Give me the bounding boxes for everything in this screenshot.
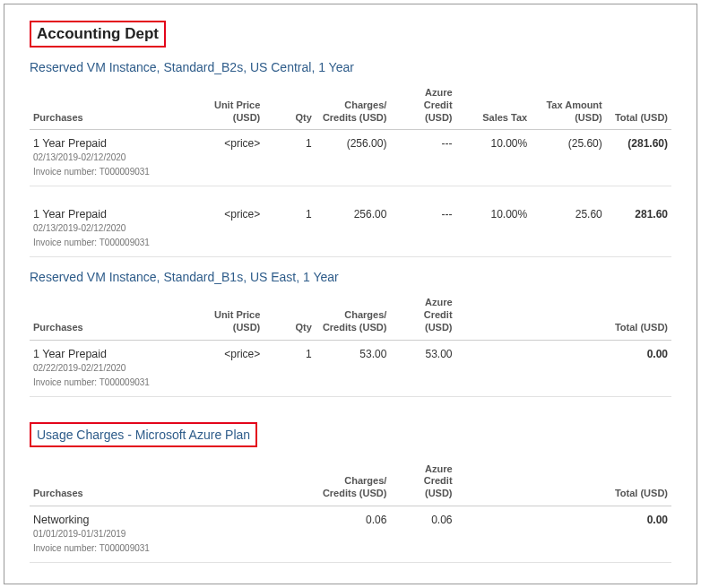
col-azurecredit: Azure Credit (USD)	[390, 458, 455, 506]
col-purchases: Purchases	[30, 291, 189, 340]
table-row: Networking 01/01/2019-01/31/2019 Invoice…	[30, 506, 671, 562]
cell-qty: 1	[264, 340, 315, 396]
cell-azurecredit: 1.69	[390, 577, 455, 584]
col-qty: Qty	[264, 82, 315, 130]
purchase-name: 1 Year Prepaid	[33, 208, 186, 220]
col-charges: Charges/ Credits (USD)	[316, 291, 391, 340]
cell-azurecredit: ---	[390, 201, 455, 257]
cell-qty: 1	[264, 201, 315, 257]
cell-unitprice: <price>	[189, 201, 264, 257]
table-row: 1 Year Prepaid 02/13/2019-02/12/2020 Inv…	[30, 130, 671, 186]
table-row: 1 Year Prepaid 02/13/2019-02/12/2020 Inv…	[30, 201, 671, 257]
cell-charges: (256.00)	[316, 130, 391, 186]
cell-salestax: 10.00%	[456, 201, 532, 257]
cell-total: 281.60	[606, 201, 671, 257]
invoice-number: Invoice number: T000009031	[33, 542, 186, 555]
date-range: 01/01/2019-01/31/2019	[33, 528, 186, 540]
cell-unitprice: <price>	[189, 340, 264, 396]
document-frame: Accounting Dept Reserved VM Instance, St…	[4, 4, 697, 584]
cell-total: (281.60)	[606, 130, 671, 186]
cell-salestax: 10.00%	[456, 130, 532, 186]
cell-azurecredit: 53.00	[390, 340, 455, 396]
col-purchases: Purchases	[30, 458, 189, 506]
cell-charges: 53.00	[316, 340, 391, 396]
table-header-row: Purchases Unit Price (USD) Qty Charges/ …	[30, 291, 671, 340]
invoice-number: Invoice number: T000009031	[33, 166, 186, 178]
cell-total: 0.00	[606, 340, 671, 396]
cell-charges: 1.69	[316, 577, 391, 584]
col-taxamount: Tax Amount (USD)	[531, 82, 606, 130]
cell-azurecredit: ---	[390, 130, 455, 186]
col-unitprice: Unit Price (USD)	[189, 82, 264, 130]
table-row: 1 Year Prepaid 02/22/2019-02/21/2020 Inv…	[30, 340, 671, 396]
col-azurecredit: Azure Credit (USD)	[390, 291, 455, 340]
invoice-table-1: Purchases Unit Price (USD) Qty Charges/ …	[30, 291, 671, 396]
invoice-number: Invoice number: T000009031	[33, 237, 186, 249]
col-total: Total (USD)	[606, 291, 671, 340]
invoice-table-2: Purchases Charges/ Credits (USD) Azure C…	[30, 458, 671, 585]
page-title: Accounting Dept	[30, 21, 166, 48]
date-range: 02/13/2019-02/12/2020	[33, 151, 186, 164]
table-row: Compute 01/01/2019-01/31/2019 Invoice nu…	[30, 577, 671, 584]
col-charges: Charges/ Credits (USD)	[316, 458, 391, 506]
cell-unitprice: <price>	[189, 130, 264, 186]
col-qty: Qty	[264, 291, 315, 340]
purchase-name: Networking	[33, 514, 186, 526]
cell-taxamount: (25.60)	[531, 130, 606, 186]
section-title-0: Reserved VM Instance, Standard_B2s, US C…	[30, 60, 671, 74]
col-purchases: Purchases	[30, 82, 189, 130]
purchase-name: 1 Year Prepaid	[33, 137, 186, 150]
col-charges: Charges/ Credits (USD)	[316, 82, 391, 130]
cell-taxamount: 25.60	[531, 201, 606, 257]
cell-total: 0.00	[606, 506, 671, 562]
section-title-2: Usage Charges - Microsoft Azure Plan	[30, 422, 257, 447]
cell-total: 0.00	[606, 577, 671, 584]
table-header-row: Purchases Unit Price (USD) Qty Charges/ …	[30, 82, 671, 130]
cell-qty: 1	[264, 130, 315, 186]
date-range: 02/22/2019-02/21/2020	[33, 362, 186, 375]
cell-charges: 256.00	[316, 201, 391, 257]
cell-azurecredit: 0.06	[390, 506, 455, 562]
invoice-table-0: Purchases Unit Price (USD) Qty Charges/ …	[30, 82, 671, 257]
cell-charges: 0.06	[316, 506, 391, 562]
col-total: Total (USD)	[606, 82, 671, 130]
purchase-name: 1 Year Prepaid	[33, 348, 186, 360]
section-title-1: Reserved VM Instance, Standard_B1s, US E…	[30, 270, 671, 284]
col-salestax: Sales Tax	[456, 82, 532, 130]
date-range: 02/13/2019-02/12/2020	[33, 222, 186, 235]
table-header-row: Purchases Charges/ Credits (USD) Azure C…	[30, 458, 671, 506]
invoice-number: Invoice number: T000009031	[33, 376, 186, 389]
col-azurecredit: Azure Credit (USD)	[390, 82, 455, 130]
col-unitprice: Unit Price (USD)	[189, 291, 264, 340]
col-total: Total (USD)	[606, 458, 671, 506]
